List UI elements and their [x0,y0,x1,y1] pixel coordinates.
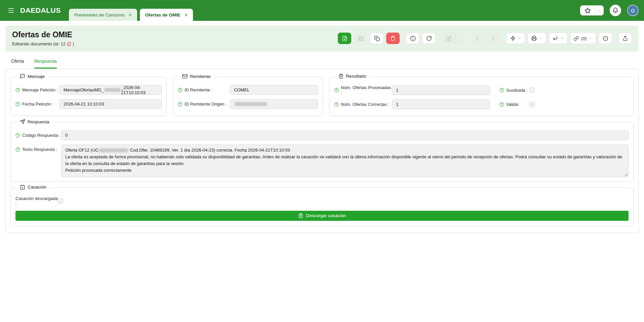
descargar-casacion-button[interactable]: Descargar casación [15,211,629,221]
resize-handle[interactable] [624,173,628,176]
redacted-text [99,149,128,152]
save-icon [358,36,364,41]
check-icon [530,88,534,92]
doc-tab-previsiones[interactable]: Previsiones de Consumo [69,9,137,21]
input-fecha-peticion[interactable]: 2026-04-21 10:10:03 [59,99,162,109]
refresh-button[interactable] [422,33,436,44]
file-plus-icon [342,36,348,41]
chevron-down-icon [560,37,564,40]
label-mensaje-peticion: Mensaje Petición : [15,87,59,92]
section-remitente: Remitente ID Remitente : COMEL ID Remite… [173,77,323,116]
texto-respuesta-line1: Oferta OF12 (UC Cod.Ofer. 10489199, Ver.… [65,147,625,154]
favorites-dropdown[interactable] [595,5,604,15]
texto-respuesta-line2: La oferta es aceptada de forma provision… [65,154,625,167]
copy-icon [374,36,380,41]
edit-split-button [442,33,464,44]
checkbox-sustituida[interactable] [529,87,534,93]
delete-button[interactable] [386,33,400,44]
actions-dropdown-button[interactable] [507,33,525,44]
section-respuesta-legend: Respuesta [17,119,52,124]
input-num-ofertas-correctas[interactable]: 1 [392,99,490,109]
printer-icon [531,36,537,41]
chat-bubble-icon [20,74,25,79]
label-texto-respuesta: Texto Respuesta : [15,145,61,152]
input-mensaje-peticion[interactable]: MensajeOfertasMD__2026-04-21T10:10:03 [59,85,162,95]
tab-oferta[interactable]: Oferta [11,58,24,69]
tab-respuesta[interactable]: Respuesta [34,58,57,69]
edit-dropdown [455,33,464,44]
refresh-icon [426,36,432,41]
label-num-ofertas-correctas: Núm. Ofertas Correctas : [334,102,392,107]
chevron-down-icon [518,37,521,40]
help-circle-icon [334,102,339,107]
section-casacion: Casación Casación descargada : Descargar… [10,188,634,227]
help-circle-icon [15,102,20,107]
corner-down-left-icon [553,36,558,41]
input-num-ofertas-procesadas[interactable]: 1 [392,85,490,95]
help-circle-icon [334,88,339,92]
checkbox-casacion-descargada[interactable] [58,198,63,204]
label-fecha-peticion: Fecha Petición : [15,102,59,107]
doc-tab-label: Previsiones de Consumo [74,12,125,17]
close-icon[interactable] [184,13,188,17]
section-casacion-legend: Casación [17,185,49,190]
label-id-remitente-origen: ID Remitente Origen : [178,102,230,107]
save-button [354,33,367,44]
check-icon [59,199,63,203]
close-icon[interactable] [128,13,132,17]
red-document-icon [67,42,71,46]
document-tabs: Previsiones de Consumo Ofertas de OMIE [69,9,193,21]
redacted-text [104,88,120,92]
comments-button[interactable] [599,33,612,44]
check-icon [530,103,534,106]
menu-icon[interactable] [7,7,15,14]
favorites-split-button [580,5,604,15]
new-document-button[interactable] [338,33,351,44]
textarea-texto-respuesta[interactable]: Oferta OF12 (UC Cod.Ofer. 10489199, Ver.… [61,145,629,177]
edit-icon [446,36,452,41]
input-id-remitente[interactable]: COMEL [230,85,318,95]
texto-respuesta-line3: Petición procesada correctamente [65,167,625,174]
app-brand: DAEDALUS [20,6,61,14]
view-tabs: Oferta Respuesta [0,52,644,69]
share-button[interactable] [618,33,632,44]
star-icon [585,7,591,14]
links-count-badge: (0) [581,36,587,41]
redacted-text [235,102,267,106]
page-title: Ofertas de OMIE [12,30,74,39]
previous-button [471,33,484,44]
chevron-down-icon [458,37,461,40]
mail-icon [182,74,188,79]
link-icon [574,36,579,41]
label-num-ofertas-procesadas: Núm. Ofertas Procesadas : [334,85,392,95]
help-circle-icon [15,147,20,152]
label-casacion-descargada: Casación descargada : [15,196,58,206]
notifications-button[interactable] [610,5,621,16]
top-bar: DAEDALUS Previsiones de Consumo Ofertas … [0,0,644,21]
checkbox-valida[interactable] [529,102,534,107]
doc-tab-ofertas-omie[interactable]: Ofertas de OMIE [140,9,193,21]
document-toolbar: (0) [338,33,632,44]
chevron-right-icon [491,36,496,41]
info-button[interactable] [406,33,419,44]
doc-tab-label: Ofertas de OMIE [145,12,180,17]
info-icon [410,36,416,41]
clipboard-icon [298,213,303,218]
links-dropdown-button[interactable]: (0) [570,33,596,44]
help-circle-icon [499,88,504,92]
copy-button[interactable] [370,33,384,44]
enter-dropdown-button[interactable] [549,33,567,44]
zap-icon [510,36,516,41]
share-icon [622,36,628,41]
print-dropdown-button[interactable] [528,33,546,44]
bell-icon [612,7,618,13]
clipboard-icon [338,74,344,79]
favorite-button[interactable] [580,5,595,15]
input-id-remitente-origen[interactable] [230,99,318,109]
help-circle-icon [499,102,504,107]
input-codigo-respuesta[interactable]: 0 [61,130,629,140]
user-avatar[interactable]: G [627,5,639,16]
next-button [487,33,500,44]
response-form: Mensaje Mensaje Petición : MensajeOferta… [5,69,639,233]
help-circle-icon [15,88,20,92]
